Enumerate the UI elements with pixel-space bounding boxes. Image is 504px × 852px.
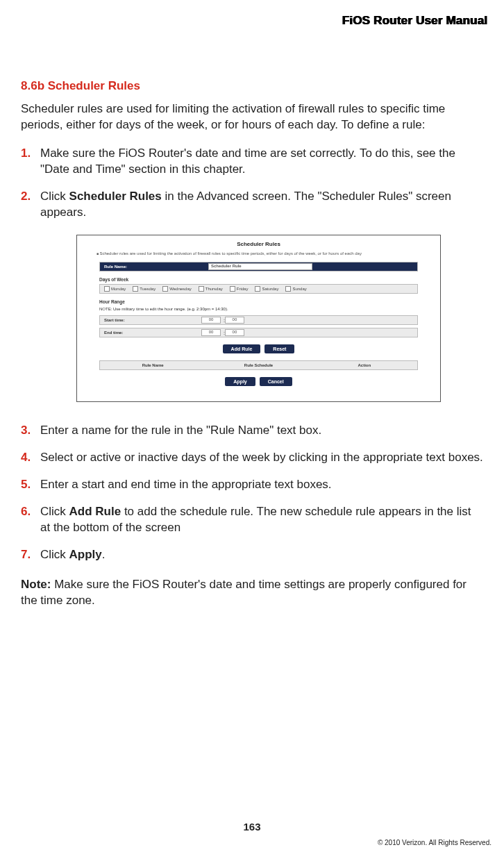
th-action: Action — [312, 363, 417, 367]
end-time-label: End time: — [104, 331, 201, 335]
start-time-label: Start time: — [104, 318, 201, 322]
day-friday-checkbox[interactable]: Friday — [230, 286, 249, 292]
ss-title: Scheduler Rules — [85, 241, 432, 247]
intro-paragraph: Scheduler rules are used for limiting th… — [21, 101, 483, 133]
apply-cancel-button-row: Apply Cancel — [99, 377, 418, 386]
step-bold: Scheduler Rules — [69, 190, 162, 203]
step-text: Enter a name for the rule in the "Rule N… — [40, 424, 321, 437]
days-of-week-label: Days of Week — [99, 277, 418, 282]
rule-name-label: Rule Name: — [104, 265, 208, 269]
end-time-row: End time: 00 : 00 — [99, 328, 418, 337]
step-text: . — [102, 548, 106, 561]
note-label: Note: — [21, 578, 51, 591]
step-bold: Apply — [69, 548, 102, 561]
step-bold: Add Rule — [69, 505, 121, 518]
step-text: Make sure the FiOS Router's date and tim… — [40, 147, 455, 176]
step-text: Select or active or inactive days of the… — [40, 451, 483, 464]
end-min-input[interactable]: 00 — [225, 329, 244, 336]
step-text: Click — [40, 548, 69, 561]
step-7: Click Apply. — [21, 547, 483, 563]
rule-name-row: Rule Name: Scheduler Rule — [99, 262, 418, 272]
day-sunday-checkbox[interactable]: Sunday — [285, 286, 306, 292]
day-saturday-checkbox[interactable]: Saturday — [255, 286, 278, 292]
note-text: Make sure the FiOS Router's date and tim… — [21, 578, 467, 607]
hour-range-note: NOTE: Use military time to edit the hour… — [99, 307, 418, 311]
end-hour-input[interactable]: 00 — [201, 329, 221, 336]
ss-intro-text: Scheduler rules are used for limiting th… — [96, 251, 426, 257]
section-title: 8.6b Scheduler Rules — [21, 79, 483, 93]
page-header: FiOS Router User Manual — [21, 14, 487, 28]
step-2: Click Scheduler Rules in the Advanced sc… — [21, 189, 483, 221]
step-text: Click — [40, 505, 69, 518]
th-rule-schedule: Rule Schedule — [205, 363, 311, 367]
add-reset-button-row: Add Rule Reset — [99, 344, 418, 353]
page-number: 163 — [0, 821, 504, 833]
step-5: Enter a start and end time in the approp… — [21, 477, 483, 493]
step-4: Select or active or inactive days of the… — [21, 450, 483, 466]
step-text: Click — [40, 190, 69, 203]
th-rule-name: Rule Name — [100, 363, 205, 367]
rules-table-header: Rule Name Rule Schedule Action — [99, 360, 418, 370]
scheduler-screenshot: Scheduler Rules Scheduler rules are used… — [76, 235, 441, 403]
copyright-text: © 2010 Verizon. All Rights Reserved. — [378, 839, 492, 846]
step-3: Enter a name for the rule in the "Rule N… — [21, 423, 483, 439]
day-tuesday-checkbox[interactable]: Tuesday — [133, 286, 156, 292]
step-list-bottom: Enter a name for the rule in the "Rule N… — [21, 423, 483, 563]
step-6: Click Add Rule to add the schedule rule.… — [21, 504, 483, 536]
hour-range-label: Hour Range — [99, 299, 418, 304]
days-checkbox-row: Monday Tuesday Wednesday Thursday Friday… — [99, 284, 418, 294]
start-hour-input[interactable]: 00 — [201, 317, 221, 324]
cancel-button[interactable]: Cancel — [260, 377, 292, 386]
step-1: Make sure the FiOS Router's date and tim… — [21, 146, 483, 178]
start-time-row: Start time: 00 : 00 — [99, 315, 418, 325]
note-paragraph: Note: Make sure the FiOS Router's date a… — [21, 577, 483, 609]
step-list-top: Make sure the FiOS Router's date and tim… — [21, 146, 483, 221]
day-thursday-checkbox[interactable]: Thursday — [199, 286, 223, 292]
add-rule-button[interactable]: Add Rule — [223, 344, 261, 353]
start-min-input[interactable]: 00 — [225, 317, 244, 324]
step-text: Enter a start and end time in the approp… — [40, 478, 332, 491]
rule-name-input[interactable]: Scheduler Rule — [208, 263, 312, 270]
reset-button[interactable]: Reset — [264, 344, 294, 353]
day-wednesday-checkbox[interactable]: Wednesday — [162, 286, 192, 292]
apply-button[interactable]: Apply — [225, 377, 255, 386]
day-monday-checkbox[interactable]: Monday — [104, 286, 126, 292]
